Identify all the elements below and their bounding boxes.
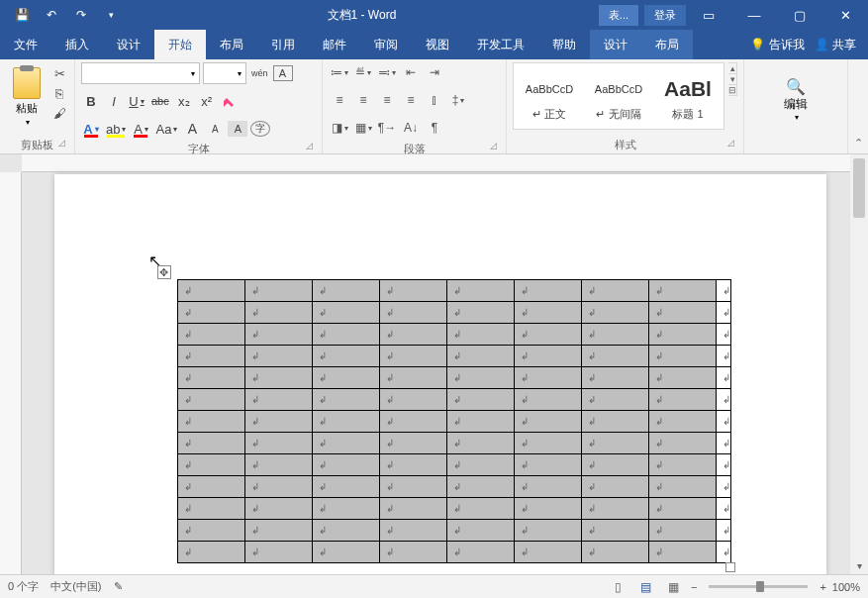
italic-button[interactable]: I <box>104 91 124 111</box>
table-cell[interactable]: ↲ <box>244 433 312 454</box>
table-cell[interactable]: ↲ <box>648 411 716 433</box>
table-cell[interactable]: ↲ <box>312 389 379 411</box>
table-cell[interactable]: ↲ <box>379 433 446 454</box>
table-cell[interactable]: ↲ <box>312 324 379 346</box>
cut-icon[interactable]: ✂ <box>50 64 68 82</box>
table-cell[interactable]: ↲ <box>446 520 514 542</box>
tell-me-button[interactable]: 💡 告诉我 <box>750 37 804 53</box>
table-cell[interactable]: ↲ <box>177 389 244 411</box>
table-cell[interactable]: ↲ <box>514 476 581 498</box>
table-cell[interactable]: ↲ <box>514 346 581 367</box>
table-cell[interactable]: ↲ <box>514 454 581 476</box>
table-cell[interactable]: ↲ <box>244 367 312 389</box>
table-cell[interactable]: ↲ <box>244 476 312 498</box>
table-cell[interactable]: ↲ <box>648 389 716 411</box>
table-cell[interactable]: ↲ <box>177 367 244 389</box>
table-cell[interactable]: ↲ <box>177 433 244 454</box>
borders-button[interactable]: ▦▾ <box>352 118 374 138</box>
scrollbar-thumb[interactable] <box>853 158 865 218</box>
table-cell[interactable]: ↲ <box>244 389 312 411</box>
table-cell[interactable]: ↲ <box>446 498 514 520</box>
copy-icon[interactable]: ⎘ <box>50 84 68 102</box>
table-cell[interactable]: ↲ <box>244 302 312 324</box>
paste-button[interactable]: 粘贴 ▾ <box>6 62 47 132</box>
style-heading1[interactable]: AaBl 标题 1 <box>656 67 720 125</box>
edit-button[interactable]: 🔍 编辑 ▾ <box>772 77 820 122</box>
table-cell[interactable]: ↲ <box>581 346 648 367</box>
justify-button[interactable]: ≡ <box>400 90 422 110</box>
table-cell[interactable]: ↲ <box>446 302 514 324</box>
tab-table-design[interactable]: 设计 <box>590 30 641 59</box>
char-border-icon[interactable]: A <box>273 65 293 81</box>
zoom-in-button[interactable]: + <box>820 581 825 593</box>
styles-dialog-launcher[interactable]: ◿ <box>723 138 737 151</box>
table-cell[interactable]: ↲ <box>312 476 379 498</box>
tab-help[interactable]: 帮助 <box>538 30 590 59</box>
table-cell[interactable]: ↲ <box>312 454 379 476</box>
table-cell[interactable]: ↲ <box>244 346 312 367</box>
web-layout-icon[interactable]: ▦ <box>663 578 685 596</box>
document-table[interactable]: ↲↲↲↲↲↲↲↲↲↲↲↲↲↲↲↲↲↲↲↲↲↲↲↲↲↲↲↲↲↲↲↲↲↲↲↲↲↲↲↲… <box>177 279 731 563</box>
table-cell[interactable]: ↲ <box>648 302 716 324</box>
qat-dropdown-icon[interactable]: ▾ <box>97 2 125 28</box>
table-resize-handle[interactable] <box>725 562 735 572</box>
tab-references[interactable]: 引用 <box>257 30 309 59</box>
table-cell[interactable]: ↲ <box>379 302 446 324</box>
styles-expand[interactable]: ⊟ <box>728 85 736 95</box>
table-cell[interactable]: ↲ <box>581 454 648 476</box>
table-cell[interactable]: ↲ <box>244 520 312 542</box>
table-cell[interactable]: ↲ <box>379 542 446 563</box>
table-cell[interactable]: ↲ <box>446 411 514 433</box>
save-icon[interactable]: 💾 <box>8 2 36 28</box>
table-cell[interactable]: ↲ <box>514 520 581 542</box>
table-cell[interactable]: ↲ <box>648 476 716 498</box>
table-cell[interactable]: ↲ <box>177 411 244 433</box>
table-cell[interactable]: ↲ <box>514 542 581 563</box>
phonetic-guide-icon[interactable]: wén <box>249 63 270 83</box>
align-left-button[interactable]: ≡ <box>329 90 350 110</box>
paragraph-dialog-launcher[interactable]: ◿ <box>486 141 500 154</box>
redo-icon[interactable]: ↷ <box>67 2 95 28</box>
table-cell[interactable]: ↲ <box>379 280 446 302</box>
table-cell[interactable]: ↲ <box>244 498 312 520</box>
table-cell[interactable]: ↲ <box>312 433 379 454</box>
align-center-button[interactable]: ≡ <box>352 90 374 110</box>
table-cell[interactable]: ↲ <box>244 411 312 433</box>
language-status[interactable]: 中文(中国) <box>50 579 101 594</box>
table-cell[interactable]: ↲ <box>581 520 648 542</box>
table-cell[interactable]: ↲ <box>379 367 446 389</box>
table-cell[interactable]: ↲ <box>312 302 379 324</box>
font-dialog-launcher[interactable]: ◿ <box>302 141 316 154</box>
table-cell[interactable]: ↲ <box>379 498 446 520</box>
table-cell[interactable]: ↲ <box>648 280 716 302</box>
style-normal[interactable]: AaBbCcD ↵ 正文 <box>518 67 581 125</box>
tab-home[interactable]: 开始 <box>154 30 206 59</box>
table-cell[interactable]: ↲ <box>177 542 244 563</box>
table-cell[interactable]: ↲ <box>446 542 514 563</box>
ribbon-options-icon[interactable]: ▭ <box>686 0 731 30</box>
table-cell[interactable]: ↲ <box>648 324 716 346</box>
change-case-button[interactable]: Aa▾ <box>153 119 179 139</box>
collapse-ribbon-icon[interactable]: ⌃ <box>848 59 868 153</box>
bullets-button[interactable]: ≔▾ <box>329 62 350 82</box>
char-shading-icon[interactable]: A <box>228 121 247 137</box>
table-cell[interactable]: ↲ <box>177 454 244 476</box>
login-button[interactable]: 登录 <box>644 5 686 26</box>
table-cell[interactable]: ↲ <box>379 476 446 498</box>
tab-insert[interactable]: 插入 <box>51 30 103 59</box>
close-icon[interactable]: ✕ <box>822 0 868 30</box>
table-cell[interactable]: ↲ <box>581 411 648 433</box>
table-cell[interactable]: ↲ <box>312 411 379 433</box>
table-cell[interactable]: ↲ <box>514 498 581 520</box>
styles-scroll-up[interactable]: ▴ <box>728 63 736 74</box>
table-cell[interactable]: ↲ <box>514 302 581 324</box>
shading-button[interactable]: ◨▾ <box>329 118 350 138</box>
zoom-slider[interactable] <box>709 585 808 588</box>
table-cell[interactable]: ↲ <box>581 498 648 520</box>
table-cell[interactable]: ↲ <box>514 433 581 454</box>
table-cell[interactable]: ↲ <box>648 542 716 563</box>
increase-indent-button[interactable]: ⇥ <box>424 62 445 82</box>
table-cell[interactable]: ↲ <box>446 324 514 346</box>
table-cell[interactable]: ↲ <box>177 346 244 367</box>
tab-mailings[interactable]: 邮件 <box>309 30 360 59</box>
